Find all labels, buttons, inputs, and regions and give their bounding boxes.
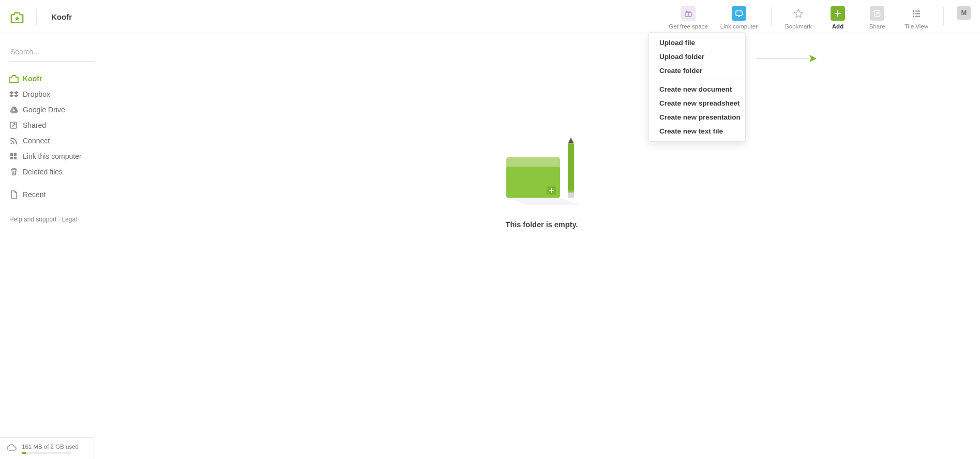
top-separator-2	[943, 7, 944, 26]
svg-rect-2	[688, 12, 689, 17]
topbar: Koofr Get free space Link computer Bookm…	[0, 0, 980, 34]
svg-rect-12	[915, 16, 920, 17]
sidebar-item-label: Connect	[23, 137, 50, 145]
sidebar-item-shared[interactable]: Shared	[9, 117, 103, 133]
footer-sep: ·	[56, 216, 62, 223]
sidebar-item-deleted[interactable]: Deleted files	[9, 164, 103, 180]
dd-new-textfile[interactable]: Create new text file	[649, 124, 745, 138]
sidebar: Koofr Dropbox Google Drive Shared Connec…	[0, 34, 103, 459]
top-actions: Get free space Link computer Bookmark Ad…	[662, 4, 971, 30]
svg-marker-22	[809, 55, 817, 62]
dd-separator	[649, 80, 745, 80]
svg-rect-27	[568, 144, 574, 190]
koofr-icon	[9, 75, 23, 83]
main-area: This folder is empty.	[103, 34, 980, 459]
sidebar-item-label: Koofr	[23, 75, 42, 83]
monitor-icon	[732, 6, 746, 21]
star-icon	[791, 6, 806, 21]
bookmark-label: Bookmark	[785, 23, 812, 30]
top-divider	[36, 9, 37, 25]
dd-new-presentation[interactable]: Create new presentation	[649, 110, 745, 124]
sidebar-item-label: Recent	[23, 190, 46, 199]
svg-rect-4	[738, 16, 740, 17]
share-button[interactable]: Share	[864, 4, 891, 30]
add-label: Add	[832, 23, 843, 30]
svg-point-17	[10, 142, 12, 144]
storage-bar-fill	[22, 452, 26, 454]
tile-view-button[interactable]: Tile View	[903, 4, 930, 30]
svg-rect-18	[10, 153, 13, 156]
storage-widget[interactable]: 161 MB of 2 GB used	[0, 437, 94, 459]
add-dropdown: Upload file Upload folder Create folder …	[649, 32, 746, 142]
sidebar-item-dropbox[interactable]: Dropbox	[9, 86, 103, 102]
rss-icon	[9, 137, 23, 145]
svg-marker-0	[14, 16, 19, 21]
svg-marker-29	[568, 138, 574, 143]
file-icon	[9, 190, 23, 199]
get-free-space-label: Get free space	[669, 23, 707, 30]
svg-rect-28	[568, 193, 574, 198]
sidebar-item-label: Shared	[23, 121, 46, 129]
dd-create-folder[interactable]: Create folder	[649, 64, 745, 78]
svg-rect-8	[915, 10, 920, 11]
shared-icon	[9, 121, 23, 129]
cloud-icon	[6, 443, 17, 453]
trash-icon	[9, 168, 23, 176]
dd-upload-file[interactable]: Upload file	[649, 36, 745, 50]
svg-rect-10	[915, 13, 920, 14]
sidebar-item-gdrive[interactable]: Google Drive	[9, 102, 103, 117]
gift-icon	[681, 6, 696, 21]
svg-marker-30	[506, 198, 581, 205]
link-computer-label: Link computer	[720, 23, 758, 30]
legal-link[interactable]: Legal	[62, 216, 77, 223]
svg-rect-9	[913, 13, 914, 14]
sidebar-item-link-computer[interactable]: Link this computer	[9, 149, 103, 164]
tile-view-label: Tile View	[904, 23, 928, 30]
dd-new-document[interactable]: Create new document	[649, 82, 745, 96]
plus-icon	[831, 6, 845, 21]
storage-text: 161 MB of 2 GB used	[22, 443, 79, 450]
sidebar-item-recent[interactable]: Recent	[9, 187, 103, 202]
bookmark-button[interactable]: Bookmark	[785, 4, 812, 30]
app-logo[interactable]	[9, 10, 25, 24]
link-computer-button[interactable]: Link computer	[720, 4, 758, 30]
search-input[interactable]	[9, 43, 95, 62]
top-separator	[771, 7, 772, 26]
dd-upload-folder[interactable]: Upload folder	[649, 50, 745, 64]
gdrive-icon	[9, 106, 23, 114]
dd-new-spreadsheet[interactable]: Create new spreadsheet	[649, 96, 745, 110]
empty-state: This folder is empty.	[503, 138, 581, 229]
get-free-space-button[interactable]: Get free space	[669, 4, 707, 30]
svg-rect-11	[913, 16, 914, 17]
sidebar-item-label: Link this computer	[23, 152, 82, 160]
share-icon	[870, 6, 884, 21]
arrow-head-icon	[809, 55, 817, 62]
sidebar-item-connect[interactable]: Connect	[9, 133, 103, 149]
empty-folder-illustration	[503, 138, 581, 205]
help-link[interactable]: Help and support	[9, 216, 56, 223]
storage-bar	[22, 452, 71, 454]
sidebar-item-label: Dropbox	[23, 90, 50, 98]
tile-view-icon	[909, 6, 924, 21]
hint-arrow	[757, 55, 817, 62]
dropbox-icon	[9, 90, 23, 98]
grid-icon	[9, 152, 23, 160]
sidebar-item-koofr[interactable]: Koofr	[9, 71, 103, 86]
svg-rect-19	[14, 153, 17, 156]
svg-rect-20	[10, 157, 13, 159]
sidebar-item-label: Deleted files	[23, 168, 63, 176]
breadcrumb[interactable]: Koofr	[51, 12, 72, 21]
svg-rect-21	[14, 157, 17, 159]
empty-message: This folder is empty.	[506, 220, 578, 229]
sidebar-footer: Help and support · Legal	[9, 216, 103, 223]
avatar[interactable]: M	[957, 6, 971, 20]
svg-rect-7	[913, 10, 914, 12]
svg-marker-5	[794, 9, 803, 17]
add-button[interactable]: Add	[824, 4, 851, 30]
svg-rect-3	[736, 11, 742, 16]
share-label: Share	[869, 23, 885, 30]
sidebar-item-label: Google Drive	[23, 106, 65, 114]
